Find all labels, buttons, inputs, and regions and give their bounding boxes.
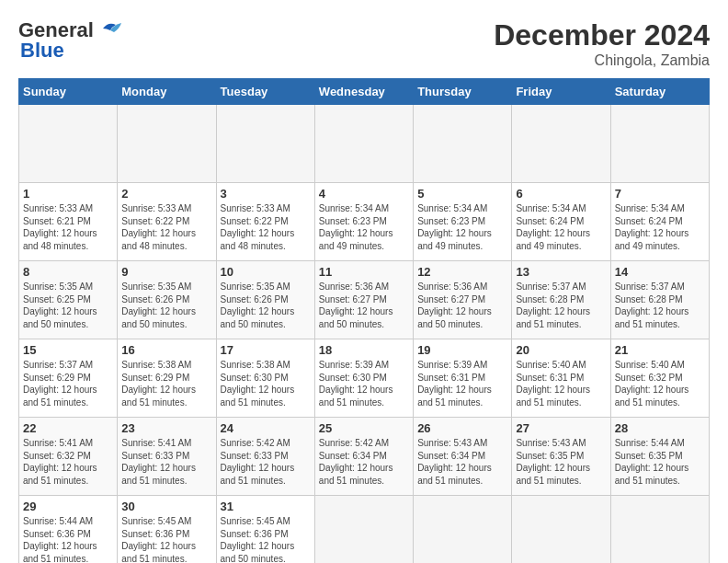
day-number: 6 bbox=[516, 187, 606, 201]
calendar-cell bbox=[512, 496, 610, 564]
day-info: Sunrise: 5:43 AM Sunset: 6:35 PM Dayligh… bbox=[516, 437, 606, 487]
day-info: Sunrise: 5:37 AM Sunset: 6:28 PM Dayligh… bbox=[615, 281, 705, 330]
calendar-cell: 23Sunrise: 5:41 AM Sunset: 6:33 PM Dayli… bbox=[118, 418, 216, 496]
day-info: Sunrise: 5:40 AM Sunset: 6:32 PM Dayligh… bbox=[615, 359, 705, 408]
day-info: Sunrise: 5:38 AM Sunset: 6:30 PM Dayligh… bbox=[221, 359, 311, 408]
calendar-cell: 8Sunrise: 5:35 AM Sunset: 6:25 PM Daylig… bbox=[19, 261, 118, 339]
day-number: 4 bbox=[319, 187, 409, 201]
calendar-cell: 16Sunrise: 5:38 AM Sunset: 6:29 PM Dayli… bbox=[118, 339, 216, 418]
day-number: 12 bbox=[417, 265, 507, 279]
day-number: 31 bbox=[221, 500, 311, 513]
calendar-cell: 10Sunrise: 5:35 AM Sunset: 6:26 PM Dayli… bbox=[216, 261, 314, 339]
day-number: 13 bbox=[516, 265, 606, 279]
day-info: Sunrise: 5:38 AM Sunset: 6:29 PM Dayligh… bbox=[121, 359, 211, 408]
calendar-cell bbox=[314, 105, 413, 183]
day-number: 30 bbox=[121, 500, 211, 513]
calendar-cell: 12Sunrise: 5:36 AM Sunset: 6:27 PM Dayli… bbox=[414, 261, 512, 339]
day-info: Sunrise: 5:33 AM Sunset: 6:22 PM Dayligh… bbox=[121, 202, 211, 252]
day-number: 3 bbox=[221, 187, 311, 201]
day-number: 16 bbox=[121, 343, 211, 357]
day-info: Sunrise: 5:43 AM Sunset: 6:34 PM Dayligh… bbox=[417, 437, 507, 487]
calendar-header-row: SundayMondayTuesdayWednesdayThursdayFrid… bbox=[19, 79, 710, 105]
calendar-cell: 5Sunrise: 5:34 AM Sunset: 6:23 PM Daylig… bbox=[414, 183, 512, 261]
calendar-cell: 18Sunrise: 5:39 AM Sunset: 6:30 PM Dayli… bbox=[314, 339, 413, 418]
page-header: General Blue December 2024 Chingola, Zam… bbox=[18, 18, 710, 69]
day-number: 15 bbox=[23, 343, 113, 357]
day-info: Sunrise: 5:36 AM Sunset: 6:27 PM Dayligh… bbox=[319, 281, 409, 330]
weekday-header-thursday: Thursday bbox=[414, 79, 512, 105]
logo-blue: Blue bbox=[20, 39, 64, 62]
day-info: Sunrise: 5:35 AM Sunset: 6:26 PM Dayligh… bbox=[121, 281, 211, 330]
calendar-cell bbox=[414, 496, 512, 564]
page-title: December 2024 bbox=[494, 18, 710, 52]
weekday-header-wednesday: Wednesday bbox=[314, 79, 413, 105]
day-number: 20 bbox=[516, 343, 606, 357]
day-info: Sunrise: 5:44 AM Sunset: 6:36 PM Dayligh… bbox=[23, 515, 113, 563]
calendar-week-5: 29Sunrise: 5:44 AM Sunset: 6:36 PM Dayli… bbox=[19, 496, 710, 564]
calendar-cell: 24Sunrise: 5:42 AM Sunset: 6:33 PM Dayli… bbox=[216, 418, 314, 496]
day-info: Sunrise: 5:37 AM Sunset: 6:28 PM Dayligh… bbox=[516, 281, 606, 330]
day-info: Sunrise: 5:42 AM Sunset: 6:34 PM Dayligh… bbox=[319, 437, 409, 487]
day-info: Sunrise: 5:40 AM Sunset: 6:31 PM Dayligh… bbox=[516, 359, 606, 408]
calendar-cell: 26Sunrise: 5:43 AM Sunset: 6:34 PM Dayli… bbox=[414, 418, 512, 496]
day-number: 10 bbox=[221, 265, 311, 279]
day-number: 2 bbox=[121, 187, 211, 201]
calendar-cell: 2Sunrise: 5:33 AM Sunset: 6:22 PM Daylig… bbox=[118, 183, 216, 261]
calendar-cell: 11Sunrise: 5:36 AM Sunset: 6:27 PM Dayli… bbox=[314, 261, 413, 339]
day-number: 23 bbox=[121, 421, 211, 435]
page-subtitle: Chingola, Zambia bbox=[494, 52, 710, 69]
day-number: 19 bbox=[417, 343, 507, 357]
calendar-cell: 27Sunrise: 5:43 AM Sunset: 6:35 PM Dayli… bbox=[512, 418, 610, 496]
calendar-cell: 14Sunrise: 5:37 AM Sunset: 6:28 PM Dayli… bbox=[610, 261, 709, 339]
calendar-table: SundayMondayTuesdayWednesdayThursdayFrid… bbox=[18, 78, 710, 563]
weekday-header-friday: Friday bbox=[512, 79, 610, 105]
weekday-header-saturday: Saturday bbox=[610, 79, 709, 105]
weekday-header-sunday: Sunday bbox=[19, 79, 118, 105]
day-info: Sunrise: 5:44 AM Sunset: 6:35 PM Dayligh… bbox=[615, 437, 705, 487]
day-info: Sunrise: 5:36 AM Sunset: 6:27 PM Dayligh… bbox=[417, 281, 507, 330]
calendar-cell: 29Sunrise: 5:44 AM Sunset: 6:36 PM Dayli… bbox=[19, 496, 118, 564]
day-info: Sunrise: 5:39 AM Sunset: 6:30 PM Dayligh… bbox=[319, 359, 409, 408]
day-number: 1 bbox=[23, 187, 113, 201]
day-number: 11 bbox=[319, 265, 409, 279]
calendar-cell bbox=[610, 105, 709, 183]
calendar-cell: 13Sunrise: 5:37 AM Sunset: 6:28 PM Dayli… bbox=[512, 261, 610, 339]
calendar-cell: 9Sunrise: 5:35 AM Sunset: 6:26 PM Daylig… bbox=[118, 261, 216, 339]
calendar-cell bbox=[216, 105, 314, 183]
day-number: 5 bbox=[417, 187, 507, 201]
day-info: Sunrise: 5:41 AM Sunset: 6:33 PM Dayligh… bbox=[121, 437, 211, 487]
day-number: 21 bbox=[615, 343, 705, 357]
day-number: 14 bbox=[615, 265, 705, 279]
calendar-cell: 25Sunrise: 5:42 AM Sunset: 6:34 PM Dayli… bbox=[314, 418, 413, 496]
calendar-cell bbox=[414, 105, 512, 183]
title-area: December 2024 Chingola, Zambia bbox=[494, 18, 710, 69]
day-number: 9 bbox=[121, 265, 211, 279]
calendar-cell: 28Sunrise: 5:44 AM Sunset: 6:35 PM Dayli… bbox=[610, 418, 709, 496]
day-number: 24 bbox=[221, 421, 311, 435]
day-info: Sunrise: 5:45 AM Sunset: 6:36 PM Dayligh… bbox=[221, 515, 311, 563]
day-info: Sunrise: 5:33 AM Sunset: 6:22 PM Dayligh… bbox=[221, 202, 311, 252]
calendar-cell: 22Sunrise: 5:41 AM Sunset: 6:32 PM Dayli… bbox=[19, 418, 118, 496]
logo: General Blue bbox=[18, 18, 125, 63]
day-number: 7 bbox=[615, 187, 705, 201]
calendar-cell: 31Sunrise: 5:45 AM Sunset: 6:36 PM Dayli… bbox=[216, 496, 314, 564]
day-number: 17 bbox=[221, 343, 311, 357]
day-info: Sunrise: 5:42 AM Sunset: 6:33 PM Dayligh… bbox=[221, 437, 311, 487]
day-info: Sunrise: 5:35 AM Sunset: 6:26 PM Dayligh… bbox=[221, 281, 311, 330]
calendar-week-1: 1Sunrise: 5:33 AM Sunset: 6:21 PM Daylig… bbox=[19, 183, 710, 261]
calendar-cell bbox=[512, 105, 610, 183]
calendar-cell bbox=[118, 105, 216, 183]
calendar-cell: 15Sunrise: 5:37 AM Sunset: 6:29 PM Dayli… bbox=[19, 339, 118, 418]
day-number: 25 bbox=[319, 421, 409, 435]
calendar-cell bbox=[314, 496, 413, 564]
calendar-week-3: 15Sunrise: 5:37 AM Sunset: 6:29 PM Dayli… bbox=[19, 339, 710, 418]
day-info: Sunrise: 5:34 AM Sunset: 6:23 PM Dayligh… bbox=[319, 202, 409, 252]
calendar-cell: 4Sunrise: 5:34 AM Sunset: 6:23 PM Daylig… bbox=[314, 183, 413, 261]
day-number: 8 bbox=[23, 265, 113, 279]
day-info: Sunrise: 5:45 AM Sunset: 6:36 PM Dayligh… bbox=[121, 515, 211, 563]
calendar-cell: 20Sunrise: 5:40 AM Sunset: 6:31 PM Dayli… bbox=[512, 339, 610, 418]
calendar-cell: 19Sunrise: 5:39 AM Sunset: 6:31 PM Dayli… bbox=[414, 339, 512, 418]
calendar-cell: 1Sunrise: 5:33 AM Sunset: 6:21 PM Daylig… bbox=[19, 183, 118, 261]
day-number: 18 bbox=[319, 343, 409, 357]
calendar-cell bbox=[19, 105, 118, 183]
